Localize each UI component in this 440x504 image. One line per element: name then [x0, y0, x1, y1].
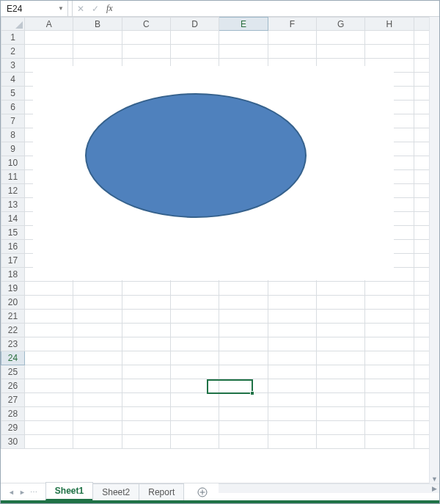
col-header[interactable]: G — [316, 18, 364, 31]
col-header[interactable]: H — [365, 18, 414, 31]
row-header[interactable]: 29 — [1, 421, 25, 435]
cell[interactable] — [365, 435, 414, 449]
cell[interactable] — [122, 310, 170, 324]
vertical-scrollbar[interactable]: ▼ — [429, 17, 439, 485]
scroll-right-icon[interactable]: ▶ — [429, 485, 439, 492]
name-box[interactable]: ▼ — [1, 1, 68, 16]
cell[interactable] — [365, 31, 414, 45]
cell[interactable] — [365, 337, 414, 351]
row-header[interactable]: 4 — [1, 73, 25, 87]
row-header[interactable]: 5 — [1, 87, 25, 101]
chevron-down-icon[interactable]: ▼ — [57, 5, 65, 12]
cell[interactable] — [268, 337, 316, 351]
cell[interactable] — [268, 31, 316, 45]
cell[interactable] — [365, 324, 414, 337]
cell[interactable] — [268, 296, 316, 310]
cell[interactable] — [268, 435, 316, 449]
cell[interactable] — [122, 337, 170, 351]
cell[interactable] — [73, 393, 122, 407]
row-header[interactable]: 22 — [1, 324, 25, 337]
row-header[interactable]: 11 — [1, 170, 25, 184]
cell[interactable] — [219, 310, 268, 324]
scroll-down-icon[interactable]: ▼ — [431, 475, 439, 483]
cell[interactable] — [73, 282, 122, 296]
cell[interactable] — [25, 421, 73, 435]
check-icon[interactable]: ✓ — [92, 4, 99, 14]
cell[interactable] — [122, 421, 170, 435]
row-header[interactable]: 13 — [1, 198, 25, 212]
row-header[interactable]: 8 — [1, 128, 25, 142]
cell[interactable] — [171, 337, 219, 351]
cell[interactable] — [219, 31, 268, 45]
cell[interactable] — [171, 31, 219, 45]
row-header[interactable]: 15 — [1, 226, 25, 240]
cell[interactable] — [316, 310, 364, 324]
cell[interactable] — [122, 282, 170, 296]
cell[interactable] — [365, 407, 414, 421]
cell[interactable] — [171, 282, 219, 296]
cell[interactable] — [73, 365, 122, 379]
cell[interactable] — [25, 337, 73, 351]
row-header[interactable]: 17 — [1, 254, 25, 268]
cell[interactable] — [73, 324, 122, 337]
cell[interactable] — [316, 435, 364, 449]
row-header[interactable]: 28 — [1, 407, 25, 421]
cell[interactable] — [25, 351, 73, 365]
cell[interactable] — [268, 324, 316, 337]
cell[interactable] — [171, 421, 219, 435]
cell[interactable] — [73, 45, 122, 59]
cell[interactable] — [268, 421, 316, 435]
cell[interactable] — [122, 324, 170, 337]
cell[interactable] — [171, 45, 219, 59]
cell[interactable] — [316, 365, 364, 379]
row-header[interactable]: 18 — [1, 268, 25, 282]
cell[interactable] — [171, 351, 219, 365]
cell[interactable] — [73, 351, 122, 365]
cell[interactable] — [219, 282, 268, 296]
cell[interactable] — [316, 379, 364, 393]
cell[interactable] — [219, 337, 268, 351]
cell[interactable] — [219, 45, 268, 59]
cell[interactable] — [316, 337, 364, 351]
tab-scroll-right-icon[interactable]: ► — [19, 489, 26, 496]
cell[interactable] — [73, 379, 122, 393]
cell[interactable] — [122, 407, 170, 421]
row-header[interactable]: 21 — [1, 310, 25, 324]
cell[interactable] — [171, 296, 219, 310]
cell[interactable] — [316, 45, 364, 59]
cell[interactable] — [25, 379, 73, 393]
row-header[interactable]: 14 — [1, 212, 25, 226]
cell[interactable] — [365, 310, 414, 324]
row-header[interactable]: 1 — [1, 31, 25, 45]
cancel-icon[interactable]: ✕ — [77, 4, 84, 14]
cell[interactable] — [122, 365, 170, 379]
tab-scroll-left-icon[interactable]: ◄ — [8, 489, 15, 496]
tab-sheet1[interactable]: Sheet1 — [45, 482, 93, 500]
col-header[interactable]: C — [122, 18, 170, 31]
cell[interactable] — [25, 296, 73, 310]
cell[interactable] — [365, 421, 414, 435]
cell[interactable] — [268, 282, 316, 296]
cell[interactable] — [73, 310, 122, 324]
cell[interactable] — [219, 407, 268, 421]
row-header[interactable]: 6 — [1, 101, 25, 114]
cell[interactable] — [73, 296, 122, 310]
cell[interactable] — [25, 407, 73, 421]
cell[interactable] — [73, 435, 122, 449]
row-header[interactable]: 3 — [1, 59, 25, 73]
cell[interactable] — [365, 45, 414, 59]
cell[interactable] — [268, 407, 316, 421]
cell[interactable] — [219, 435, 268, 449]
row-header[interactable]: 30 — [1, 435, 25, 449]
row-header[interactable]: 25 — [1, 365, 25, 379]
row-header[interactable]: 20 — [1, 296, 25, 310]
cell[interactable] — [25, 31, 73, 45]
cell[interactable] — [268, 45, 316, 59]
row-header[interactable]: 9 — [1, 142, 25, 156]
cell[interactable] — [122, 31, 170, 45]
cell[interactable] — [122, 393, 170, 407]
col-header[interactable]: E — [219, 18, 268, 31]
cell[interactable] — [25, 282, 73, 296]
cell[interactable] — [171, 407, 219, 421]
tab-menu-icon[interactable]: ⋯ — [30, 488, 38, 496]
